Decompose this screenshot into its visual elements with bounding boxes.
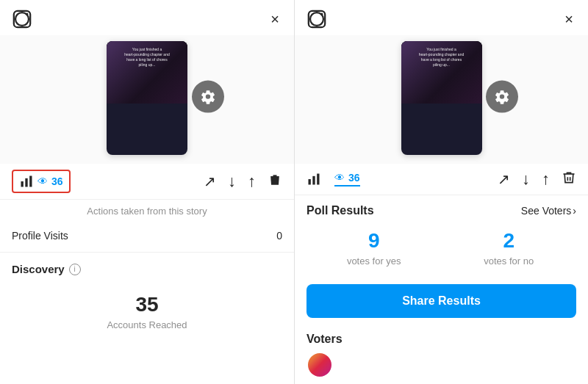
profile-visits-row: Profile Visits 0 [0,220,294,253]
yes-votes-col: 9 votes for yes [306,229,442,267]
bar-chart-icon-left [19,174,34,189]
camera-icon-left [200,88,216,104]
trending-up-icon-right[interactable]: ↗ [498,170,510,188]
svg-point-2 [26,13,28,15]
views-item-left[interactable]: 👁 36 [12,170,71,193]
no-votes-col: 2 votes for no [442,229,577,267]
story-preview-right: You just finished a heart-pounding chapt… [295,35,588,164]
trending-up-icon-left[interactable]: ↗ [204,173,216,190]
right-header: × [295,0,588,35]
no-votes-number: 2 [503,229,514,253]
instagram-logo-right [306,9,327,29]
profile-visits-value: 0 [276,230,282,242]
discovery-title: Discovery [12,263,65,275]
votes-area: 9 votes for yes 2 votes for no [295,223,588,278]
close-button-right[interactable]: × [562,9,576,29]
toolbar-left: 👁 36 ↗ ↓ ↑ [0,164,294,200]
bar-chart-icon-right [306,172,321,186]
eye-icon-toolbar-left: 👁 [37,175,48,187]
accounts-reached-label: Accounts Reached [0,319,294,336]
svg-rect-13 [317,174,319,185]
instagram-logo-left [12,9,32,29]
chevron-right-icon: › [573,205,576,217]
eye-icon-toolbar-right: 👁 [334,172,345,184]
story-text-left: You just finished a heart-pounding chapt… [107,47,187,68]
share-results-button[interactable]: Share Results [306,284,576,318]
poll-results-header: Poll Results See Voters › [295,195,588,223]
story-card-right: You just finished a heart-pounding chapt… [401,41,482,155]
trash-icon-left[interactable] [268,173,282,191]
no-votes-label: votes for no [484,256,534,267]
voters-section: Voters [295,324,588,384]
profile-visits-label: Profile Visits [12,230,68,242]
voter-avatar-1 [306,352,333,378]
bar-chart-item-right[interactable] [306,172,321,186]
see-voters-link[interactable]: See Voters › [521,205,576,217]
story-text-right: You just finished a heart-pounding chapt… [401,47,482,68]
camera-overlay-left[interactable] [192,80,224,112]
trash-svg-right [562,170,576,185]
share-icon-left[interactable]: ↑ [248,172,256,191]
yes-votes-number: 9 [368,229,380,253]
actions-label-left: Actions taken from this story [0,200,294,220]
svg-point-9 [320,13,323,15]
close-button-left[interactable]: × [268,9,282,29]
camera-icon-right [494,88,510,104]
toolbar-actions-left: ↗ ↓ ↑ [204,172,282,191]
svg-rect-4 [21,181,24,187]
svg-rect-6 [29,176,32,187]
voters-title: Voters [306,333,576,346]
toolbar-actions-right: ↗ ↓ ↑ [498,170,576,189]
accounts-reached-number: 35 [0,281,294,319]
download-icon-right[interactable]: ↓ [522,170,530,189]
toolbar-right: 👁 36 ↗ ↓ ↑ [295,164,588,195]
story-card-left: You just finished a heart-pounding chapt… [107,41,187,155]
download-icon-left[interactable]: ↓ [228,172,236,191]
camera-overlay-right[interactable] [486,80,518,112]
right-panel: × You just finished a heart-pounding cha… [294,0,588,384]
story-preview-left: You just finished a heart-pounding chapt… [0,35,294,164]
discovery-info-icon[interactable]: i [69,264,81,275]
trash-svg-left [268,173,282,187]
views-count-left: 36 [51,175,63,187]
svg-rect-11 [309,179,311,185]
trash-icon-right[interactable] [562,170,576,189]
yes-votes-label: votes for yes [347,256,401,267]
discovery-header: Discovery i [0,253,294,281]
left-panel: × You just finished a heart-pounding cha… [0,0,294,384]
share-icon-right[interactable]: ↑ [542,170,550,189]
voter-avatar-row [306,346,576,378]
views-item-right[interactable]: 👁 36 [334,172,360,186]
views-count-right: 36 [348,172,360,184]
poll-results-title: Poll Results [306,204,374,217]
left-header: × [0,0,294,35]
svg-rect-5 [25,178,27,187]
svg-rect-12 [312,176,315,185]
